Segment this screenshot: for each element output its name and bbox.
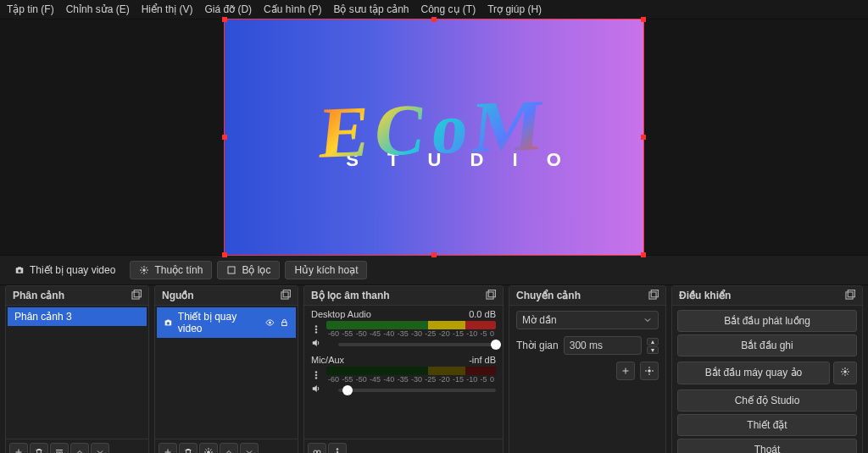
channel-level: 0.0 dB bbox=[469, 309, 496, 319]
resize-handle[interactable] bbox=[222, 252, 227, 257]
menu-edit[interactable]: Chỉnh sửa (E) bbox=[66, 3, 130, 15]
properties-button[interactable]: Thuộc tính bbox=[130, 261, 212, 279]
menu-profile[interactable]: Cấu hình (P) bbox=[264, 3, 321, 15]
start-virtualcam-button[interactable]: Bắt đầu máy quay ảo bbox=[677, 362, 830, 384]
resize-handle[interactable] bbox=[431, 17, 437, 22]
resize-handle[interactable] bbox=[641, 252, 646, 257]
popout-icon[interactable] bbox=[130, 290, 142, 301]
exit-button[interactable]: Thoát bbox=[677, 439, 857, 453]
transition-properties-button[interactable] bbox=[640, 362, 659, 380]
volume-slider[interactable] bbox=[338, 343, 496, 346]
svg-rect-7 bbox=[282, 323, 287, 326]
audio-meter bbox=[326, 321, 496, 329]
scene-filters-button[interactable] bbox=[50, 443, 69, 453]
menu-file[interactable]: Tập tin (F) bbox=[7, 3, 54, 15]
duration-label: Thời gian bbox=[516, 340, 559, 351]
svg-rect-25 bbox=[846, 292, 853, 299]
scenes-dock: Phân cảnh Phân cảnh 3 bbox=[5, 285, 149, 453]
gear-icon bbox=[203, 447, 214, 453]
docks: Phân cảnh Phân cảnh 3 Nguồn Thiết bị qua… bbox=[0, 285, 868, 453]
source-properties-button[interactable] bbox=[199, 443, 218, 453]
filters-button[interactable]: Bộ lọc bbox=[217, 261, 280, 279]
popout-icon[interactable] bbox=[279, 290, 291, 301]
channel-level: -inf dB bbox=[469, 355, 496, 365]
svg-rect-3 bbox=[134, 290, 141, 297]
kebab-icon[interactable] bbox=[311, 324, 321, 334]
settings-button[interactable]: Thiết đặt bbox=[677, 414, 857, 436]
preview-content: ECoM S T U D I O bbox=[295, 103, 573, 171]
deactivate-button[interactable]: Hủy kích hoạt bbox=[285, 261, 367, 279]
start-record-button[interactable]: Bắt đầu ghi bbox=[677, 334, 857, 356]
resize-handle[interactable] bbox=[641, 17, 646, 22]
svg-point-0 bbox=[143, 269, 146, 272]
kebab-icon[interactable] bbox=[311, 370, 321, 380]
popout-icon[interactable] bbox=[647, 290, 659, 301]
popout-icon[interactable] bbox=[843, 290, 855, 301]
duration-step-up[interactable]: ▴ bbox=[647, 338, 659, 345]
add-scene-button[interactable] bbox=[9, 443, 28, 453]
resize-handle[interactable] bbox=[641, 135, 646, 140]
svg-rect-1 bbox=[228, 267, 235, 273]
add-transition-button[interactable] bbox=[616, 362, 635, 380]
source-label: Thiết bị quay video bbox=[178, 311, 256, 334]
advanced-audio-button[interactable] bbox=[308, 443, 326, 453]
source-up-button[interactable] bbox=[220, 443, 238, 453]
filters-label: Bộ lọc bbox=[242, 264, 270, 276]
eye-icon[interactable] bbox=[265, 318, 275, 328]
add-source-button[interactable] bbox=[159, 443, 177, 453]
remove-source-button[interactable] bbox=[179, 443, 198, 453]
transition-selected: Mờ dần bbox=[522, 314, 557, 326]
sources-dock: Nguồn Thiết bị quay video bbox=[154, 285, 298, 453]
start-stream-button[interactable]: Bắt đầu phát luồng bbox=[677, 310, 857, 332]
transitions-title: Chuyển cảnh bbox=[516, 290, 581, 301]
mixer-channel: Desktop Audio0.0 dB-60-55-50-45-40-35-30… bbox=[306, 307, 501, 353]
properties-label: Thuộc tính bbox=[154, 264, 203, 276]
svg-point-19 bbox=[337, 449, 338, 450]
scene-item[interactable]: Phân cảnh 3 bbox=[8, 307, 147, 326]
speaker-icon[interactable] bbox=[311, 338, 321, 348]
remove-scene-button[interactable] bbox=[30, 443, 48, 453]
preview-area[interactable]: ECoM S T U D I O bbox=[0, 19, 868, 255]
svg-point-16 bbox=[315, 378, 317, 379]
scene-up-button[interactable] bbox=[70, 443, 89, 453]
source-context-toolbar: Thiết bị quay video Thuộc tính Bộ lọc Hủ… bbox=[0, 255, 868, 285]
deactivate-label: Hủy kích hoạt bbox=[294, 264, 358, 276]
meter-ticks: -60-55-50-45-40-35-30-25-20-15-10-50 bbox=[326, 375, 496, 384]
preview-selected-source[interactable]: ECoM S T U D I O bbox=[225, 19, 643, 255]
menu-help[interactable]: Trợ giúp (H) bbox=[487, 3, 542, 15]
popout-icon[interactable] bbox=[484, 290, 496, 301]
virtualcam-settings-button[interactable] bbox=[833, 362, 857, 384]
lock-icon[interactable] bbox=[280, 318, 289, 328]
menu-scenes[interactable]: Bộ sưu tập cảnh bbox=[333, 3, 409, 15]
source-item[interactable]: Thiết bị quay video bbox=[157, 307, 296, 338]
selected-source-chip[interactable]: Thiết bị quay video bbox=[5, 261, 125, 279]
svg-rect-10 bbox=[488, 290, 495, 297]
menu-tools[interactable]: Công cụ (T) bbox=[420, 3, 476, 15]
chevron-down-icon bbox=[95, 447, 105, 453]
audio-mixer-dock: Bộ lọc âm thanh Desktop Audio0.0 dB-60-5… bbox=[303, 285, 504, 453]
camera-icon bbox=[164, 318, 173, 328]
volume-slider[interactable] bbox=[338, 389, 496, 392]
plus-icon bbox=[163, 447, 173, 453]
duration-step-down[interactable]: ▾ bbox=[647, 346, 659, 354]
scene-down-button[interactable] bbox=[91, 443, 109, 453]
menu-view[interactable]: Hiển thị (V) bbox=[142, 3, 193, 15]
resize-handle[interactable] bbox=[222, 17, 227, 22]
controls-dock: Điều khiển Bắt đầu phát luồng Bắt đầu gh… bbox=[671, 285, 863, 453]
camera-icon bbox=[14, 265, 25, 275]
svg-rect-9 bbox=[487, 292, 493, 299]
mixer-menu-button[interactable] bbox=[328, 443, 347, 453]
source-down-button[interactable] bbox=[240, 443, 259, 453]
filters-icon bbox=[226, 265, 236, 275]
studio-mode-button[interactable]: Chế độ Studio bbox=[677, 389, 857, 412]
resize-handle[interactable] bbox=[222, 135, 227, 140]
plus-icon bbox=[14, 447, 24, 453]
mixer-title: Bộ lọc âm thanh bbox=[311, 290, 390, 301]
trash-icon bbox=[183, 447, 193, 453]
resize-handle[interactable] bbox=[431, 252, 437, 257]
duration-input[interactable]: 300 ms bbox=[564, 336, 642, 355]
menu-dock[interactable]: Giá đỡ (D) bbox=[204, 3, 252, 15]
speaker-icon[interactable] bbox=[311, 384, 321, 394]
transition-select[interactable]: Mờ dần bbox=[516, 311, 659, 329]
svg-point-13 bbox=[315, 332, 317, 334]
